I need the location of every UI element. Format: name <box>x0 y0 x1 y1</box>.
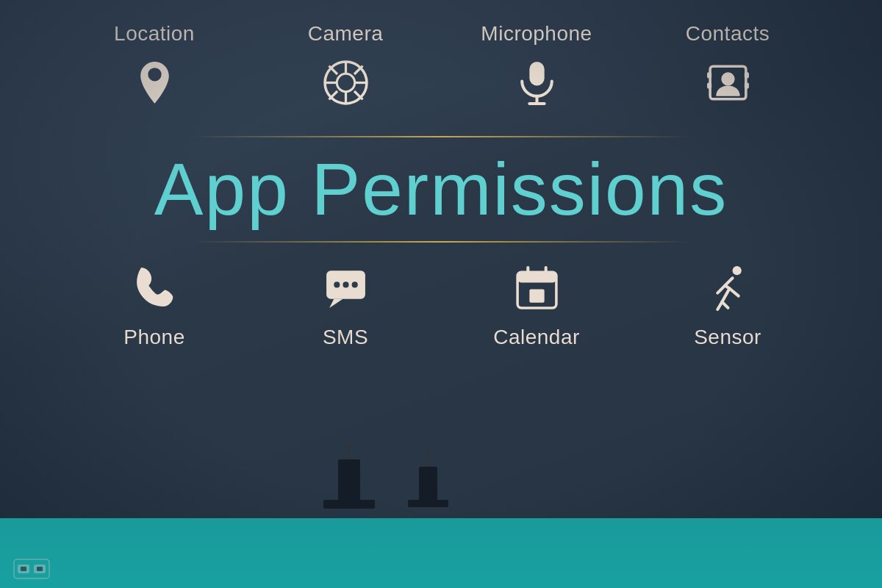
sms-label: SMS <box>323 326 368 349</box>
sensor-icon <box>704 265 752 312</box>
contacts-icon <box>704 59 752 107</box>
permission-contacts: Contacts <box>654 22 801 107</box>
watermark <box>13 559 50 582</box>
svg-rect-17 <box>744 72 748 78</box>
permission-calendar: Calendar <box>463 265 610 349</box>
svg-rect-25 <box>517 272 556 282</box>
permission-phone: Phone <box>81 265 228 349</box>
svg-rect-34 <box>419 467 437 503</box>
svg-point-21 <box>334 282 340 287</box>
location-icon <box>131 59 179 107</box>
svg-marker-20 <box>329 299 343 308</box>
svg-point-14 <box>721 72 734 85</box>
contacts-label: Contacts <box>686 22 770 46</box>
sensor-label: Sensor <box>694 326 761 349</box>
svg-point-1 <box>337 74 354 91</box>
svg-rect-30 <box>338 459 360 503</box>
top-permissions-section: Location Camera <box>0 0 882 136</box>
permission-microphone: Microphone <box>463 22 610 107</box>
microphone-icon <box>513 59 561 107</box>
svg-point-23 <box>351 282 357 287</box>
svg-rect-15 <box>707 72 711 78</box>
stage-area <box>0 518 882 588</box>
calendar-label: Calendar <box>493 326 580 349</box>
microphone-label: Microphone <box>481 22 592 46</box>
svg-point-29 <box>732 266 741 275</box>
sms-icon <box>322 265 370 312</box>
svg-rect-35 <box>408 500 448 507</box>
svg-rect-10 <box>529 62 544 86</box>
main-title: App Permissions <box>154 151 728 228</box>
svg-rect-16 <box>707 83 711 89</box>
camera-label: Camera <box>308 22 384 46</box>
title-section: App Permissions <box>0 137 882 241</box>
phone-icon <box>131 265 179 312</box>
slide-background: Location Camera <box>0 0 882 588</box>
svg-rect-18 <box>744 83 748 89</box>
svg-rect-41 <box>21 567 26 571</box>
permission-sensor: Sensor <box>654 265 801 349</box>
location-label: Location <box>114 22 195 46</box>
calendar-icon <box>513 265 561 312</box>
svg-rect-31 <box>323 500 375 509</box>
permission-location: Location <box>81 22 228 107</box>
phone-label: Phone <box>123 326 184 349</box>
svg-point-22 <box>343 282 348 287</box>
bottom-permissions-section: Phone SMS <box>0 243 882 364</box>
permission-sms: SMS <box>272 265 419 349</box>
permission-camera: Camera <box>272 22 419 107</box>
svg-rect-42 <box>37 567 43 571</box>
camera-icon <box>322 59 370 107</box>
svg-point-37 <box>426 450 430 454</box>
svg-rect-28 <box>529 290 544 303</box>
svg-point-33 <box>346 445 352 448</box>
